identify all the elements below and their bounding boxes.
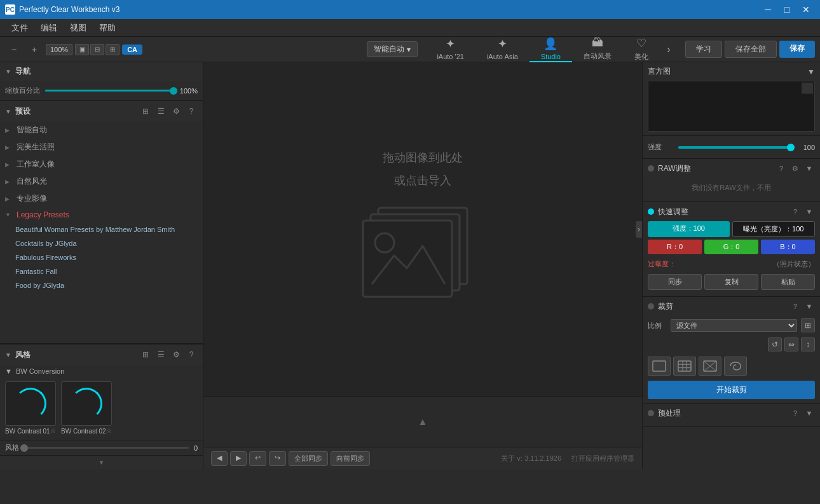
menu-file[interactable]: 文件 [5, 20, 34, 36]
presets-section-header[interactable]: ▼ 预设 ⊞ ☰ ⚙ ? [0, 101, 203, 121]
redo-button[interactable]: ↪ [269, 451, 286, 466]
crop-square-icon[interactable]: ⊞ [801, 318, 815, 332]
histogram-title: 直方图 [648, 66, 671, 77]
crop-grid-none[interactable] [648, 357, 671, 376]
raw-help[interactable]: ? [776, 163, 787, 174]
presets-list-view[interactable]: ☰ [154, 105, 167, 118]
qa-strength-button[interactable]: 强度：100 [648, 221, 730, 237]
qa-help[interactable]: ? [789, 206, 801, 217]
sync-all-button[interactable]: 全部同步 [289, 451, 328, 466]
drag-hint: 拖动图像到此处 或点击导入 [383, 146, 463, 192]
view-split[interactable]: ⊟ [90, 44, 104, 55]
crop-help[interactable]: ? [789, 301, 801, 312]
right-panel-collapse[interactable]: › [636, 221, 642, 238]
style-bw02-star[interactable]: ☆ [106, 427, 112, 434]
learn-button[interactable]: 学习 [685, 41, 722, 58]
tabs-more-button[interactable]: › [660, 37, 678, 62]
zoom-slider-thumb[interactable] [170, 87, 177, 95]
tab-landscape[interactable]: 🏔 自动风景 [572, 37, 623, 62]
strength-slider[interactable] [678, 146, 791, 149]
style-bw-contrast02[interactable]: BW Contrast 02 ☆ [61, 381, 112, 435]
smart-auto-button[interactable]: 智能自动 ▾ [367, 41, 418, 57]
presets-settings[interactable]: ⚙ [170, 105, 182, 118]
preset-item-smart-auto[interactable]: ▶ 智能自动 [0, 121, 203, 139]
styles-section-header[interactable]: ▼ 风格 ⊞ ☰ ⚙ ? [0, 344, 203, 365]
crop-ratio-select[interactable]: 源文件 [671, 319, 797, 332]
menu-edit[interactable]: 编辑 [34, 20, 64, 36]
style-bw-contrast01[interactable]: BW Contrast 01 ☆ [5, 381, 56, 435]
svg-rect-4 [653, 361, 666, 371]
preset-item-pro[interactable]: ▶ 专业影像 [0, 190, 203, 207]
styles-list-view[interactable]: ☰ [154, 348, 167, 361]
minimize-button[interactable]: ─ [759, 3, 777, 16]
styles-expand-sub[interactable]: ▼ [5, 367, 12, 375]
nav-next-button[interactable]: ▶ [230, 451, 247, 466]
filmstrip-up-arrow[interactable]: ▲ [413, 414, 433, 430]
presets-help[interactable]: ? [185, 105, 198, 118]
qa-collapse[interactable]: ▼ [803, 206, 815, 217]
styles-settings[interactable]: ⚙ [170, 348, 182, 361]
left-panel-collapse-icon[interactable]: ▼ [99, 459, 105, 466]
undo-button[interactable]: ↩ [249, 451, 266, 466]
view-compare[interactable]: ⊞ [106, 44, 120, 55]
view-single[interactable]: ▣ [75, 44, 89, 55]
preset-item-fabulous-fireworks[interactable]: Fabulous Fireworks [0, 250, 203, 264]
menu-view[interactable]: 视图 [64, 20, 93, 36]
preset-item-studio[interactable]: ▶ 工作室人像 [0, 156, 203, 173]
preprocess-help[interactable]: ? [789, 407, 801, 419]
styles-help[interactable]: ? [185, 348, 198, 361]
crop-grid-3x3[interactable] [673, 357, 696, 376]
nav-section-header[interactable]: ▼ 导航 [0, 62, 203, 81]
qa-g-button[interactable]: G：0 [704, 240, 758, 254]
tab-studio[interactable]: 👤 Studio [530, 37, 572, 62]
preset-item-food[interactable]: Food by JGlyda [0, 278, 203, 292]
qa-r-button[interactable]: R：0 [648, 240, 702, 254]
styles-grid-view[interactable]: ⊞ [139, 348, 152, 361]
close-button[interactable]: ✕ [797, 3, 815, 16]
plus-button[interactable]: + [25, 41, 43, 58]
save-all-button[interactable]: 保存全部 [725, 41, 777, 58]
preset-item-cocktails[interactable]: Cocktails by JGlyda [0, 236, 203, 250]
start-crop-button[interactable]: 开始裁剪 [648, 381, 815, 399]
presets-grid-view[interactable]: ⊞ [139, 105, 152, 118]
style-strength-thumb[interactable] [20, 444, 28, 452]
zoom-slider[interactable] [45, 90, 174, 92]
crop-flip-v[interactable]: ↕ [801, 337, 815, 351]
sync-button[interactable]: 同步 [648, 274, 702, 290]
qa-exposure-button[interactable]: 曝光（亮度）：100 [732, 221, 816, 237]
preset-item-life[interactable]: ▶ 完美生活照 [0, 139, 203, 156]
style-strength-slider[interactable] [24, 447, 189, 449]
maximize-button[interactable]: □ [778, 3, 796, 16]
preset-item-beautiful-woman[interactable]: Beautiful Woman Presets by Matthew Jorda… [0, 222, 203, 236]
save-button[interactable]: 保存 [779, 41, 815, 58]
paste-button[interactable]: 粘贴 [761, 274, 815, 290]
copy-button[interactable]: 复制 [704, 274, 758, 290]
ca-button[interactable]: CA [122, 44, 142, 55]
crop-flip-h[interactable]: ⇔ [784, 337, 798, 351]
crop-rotate-ccw[interactable]: ↺ [768, 337, 782, 351]
nav-prev-button[interactable]: ◀ [211, 451, 228, 466]
raw-settings[interactable]: ⚙ [789, 163, 801, 174]
qa-b-button[interactable]: B：0 [761, 240, 815, 254]
tab-beautify[interactable]: ♡ 美化 [623, 37, 660, 62]
right-collapse-icon: › [638, 225, 640, 234]
histogram-collapse[interactable]: ▼ [807, 67, 815, 76]
crop-collapse[interactable]: ▼ [803, 301, 815, 312]
sync-forward-button[interactable]: 向前同步 [331, 451, 370, 466]
crop-grid-spiral[interactable] [724, 357, 747, 376]
menu-help[interactable]: 帮助 [93, 20, 122, 36]
strength-slider-thumb[interactable] [787, 144, 795, 151]
app-manager-link[interactable]: 打开应用程序管理器 [571, 454, 634, 463]
canvas-area[interactable]: 拖动图像到此处 或点击导入 › [203, 62, 642, 396]
crop-grid-phi[interactable] [699, 357, 721, 376]
tab-iauto-asia[interactable]: ✦ iAuto Asia [475, 37, 530, 62]
preset-item-nature[interactable]: ▶ 自然风光 [0, 173, 203, 190]
preprocess-collapse[interactable]: ▼ [803, 407, 815, 419]
preset-item-fantastic-fall[interactable]: Fantastic Fall [0, 264, 203, 278]
raw-collapse[interactable]: ▼ [803, 163, 815, 174]
preset-item-legacy[interactable]: ▼ Legacy Presets [0, 207, 203, 222]
minus-button[interactable]: − [5, 41, 23, 58]
tab-iauto21[interactable]: ✦ iAuto '21 [425, 37, 475, 62]
style-bw01-star[interactable]: ☆ [50, 427, 56, 434]
presets-tools: ⊞ ☰ ⚙ ? [139, 105, 198, 118]
